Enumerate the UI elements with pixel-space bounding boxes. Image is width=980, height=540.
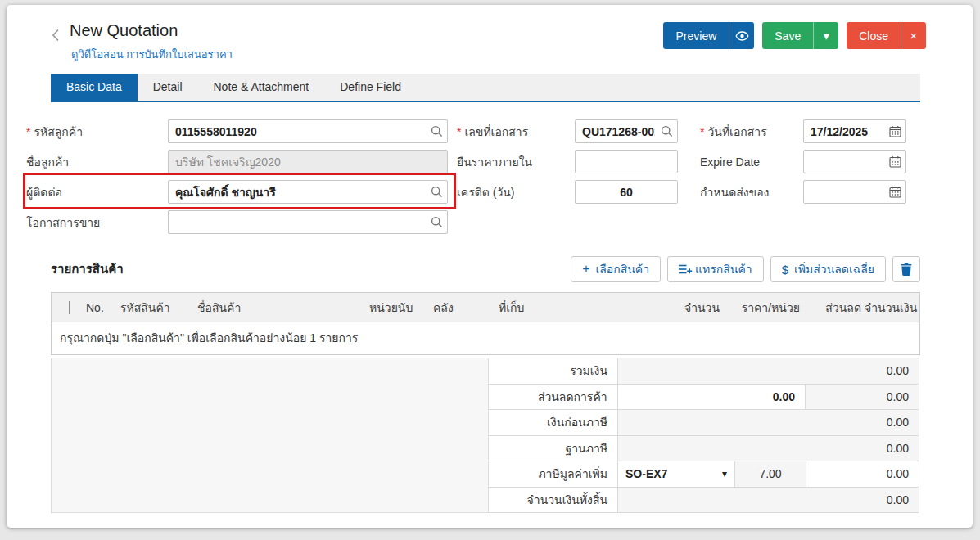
- trade-discount-input[interactable]: [618, 385, 805, 410]
- price-valid-input[interactable]: [575, 150, 678, 173]
- before-tax-label: เงินก่อนภาษี: [489, 410, 618, 435]
- vat-label: ภาษีมูลค่าเพิ่ม: [489, 461, 618, 487]
- items-table-header: No. รหัสสินค้า ชื่อสินค้า หน่วยนับ คลัง …: [51, 292, 920, 322]
- required-asterisk: *: [457, 125, 461, 138]
- preview-button-label[interactable]: Preview: [663, 22, 729, 49]
- vat-code-value: SO-EX7: [625, 467, 667, 480]
- items-section: รายการสินค้า + เลือกสินค้า แทรกสินค้า $ …: [51, 256, 920, 513]
- caret-down-icon[interactable]: ▾: [813, 22, 838, 49]
- col-item-name: ชื่อสินค้า: [197, 299, 369, 317]
- items-section-title: รายการสินค้า: [51, 259, 124, 279]
- close-button[interactable]: Close ×: [847, 22, 926, 49]
- search-icon[interactable]: [661, 125, 673, 137]
- form-column-2: *เลขที่เอกสาร ยืนราคาภายใน เครดิต (วัน): [457, 119, 678, 204]
- col-unit-price: ราคา/หน่วย: [723, 299, 803, 317]
- calendar-icon[interactable]: [889, 125, 901, 137]
- customer-name-input: [168, 150, 448, 173]
- close-button-label[interactable]: Close: [847, 22, 901, 49]
- grand-total-value: 0.00: [618, 488, 919, 513]
- summary-table: รวมเงิน 0.00 ส่วนลดการค้า 0.00 เงินก่อนภ…: [489, 358, 919, 513]
- insert-product-label: แทรกสินค้า: [695, 260, 752, 278]
- form-column-3: *วันที่เอกสาร Expire Date กำหนดส่งของ: [700, 119, 906, 204]
- contact-label: ผู้ติดต่อ: [26, 183, 168, 201]
- calendar-icon[interactable]: [889, 186, 901, 198]
- summary-row-vat: ภาษีมูลค่าเพิ่ม SO-EX7 ▾ 7.00 0.00: [489, 461, 919, 488]
- add-discount-label: เพิ่มส่วนลดเฉลี่ย: [794, 260, 874, 278]
- delete-rows-button[interactable]: [892, 256, 920, 282]
- total-label: รวมเงิน: [489, 358, 618, 384]
- col-amount: จำนวนเงิน: [865, 299, 918, 317]
- contact-input[interactable]: [168, 180, 448, 204]
- add-average-discount-button[interactable]: $ เพิ่มส่วนลดเฉลี่ย: [770, 256, 886, 282]
- form-column-1: *รหัสลูกค้า ชื่อลูกค้า ผู้ติดต่อ โอกาสกา…: [26, 119, 448, 234]
- tax-base-label: ฐานภาษี: [489, 436, 618, 461]
- summary-row-grand-total: จำนวนเงินทั้งสิ้น 0.00: [489, 488, 919, 514]
- customer-code-row: *รหัสลูกค้า: [26, 119, 448, 143]
- header-buttons: Preview Save ▾ Close ×: [663, 22, 926, 49]
- contact-row: ผู้ติดต่อ: [26, 180, 448, 204]
- credit-days-input[interactable]: [575, 180, 678, 204]
- tab-detail[interactable]: Detail: [138, 74, 198, 101]
- col-quantity: จำนวน: [625, 299, 723, 317]
- price-valid-label: ยืนราคาภายใน: [457, 153, 575, 171]
- credit-days-row: เครดิต (วัน): [457, 180, 678, 204]
- insert-product-button[interactable]: แทรกสินค้า: [667, 256, 764, 282]
- page-title: New Quotation: [70, 21, 178, 40]
- doc-date-label: วันที่เอกสาร: [707, 125, 766, 138]
- total-value: 0.00: [618, 358, 919, 384]
- summary-row-total: รวมเงิน 0.00: [489, 358, 919, 385]
- trade-discount-label: ส่วนลดการค้า: [489, 385, 618, 410]
- tab-basic-data[interactable]: Basic Data: [51, 74, 138, 101]
- tab-note-attachment[interactable]: Note & Attachment: [198, 74, 325, 101]
- col-discount: ส่วนลด: [803, 299, 865, 317]
- doc-no-row: *เลขที่เอกสาร: [457, 119, 678, 143]
- select-all-checkbox[interactable]: [69, 301, 70, 314]
- tax-base-value: 0.00: [618, 436, 919, 461]
- summary-row-trade-discount: ส่วนลดการค้า 0.00: [489, 385, 919, 411]
- vat-amount-value: 0.00: [806, 461, 919, 487]
- back-chevron-icon[interactable]: [52, 29, 60, 45]
- preview-button[interactable]: Preview: [663, 22, 754, 49]
- eye-icon[interactable]: [729, 22, 754, 49]
- select-product-label: เลือกสินค้า: [595, 260, 649, 278]
- col-location: ที่เก็บ: [499, 299, 625, 317]
- search-icon[interactable]: [431, 186, 443, 198]
- grand-total-label: จำนวนเงินทั้งสิ้น: [489, 488, 618, 513]
- empty-table-message: กรุณากดปุ่ม "เลือกสินค้า" เพื่อเลือกสินค…: [51, 322, 920, 355]
- delivery-date-label: กำหนดส่งของ: [700, 183, 803, 201]
- customer-code-input[interactable]: [168, 119, 448, 143]
- tab-bar: Basic Data Detail Note & Attachment Defi…: [51, 74, 920, 102]
- sales-opportunity-label: โอกาสการขาย: [26, 214, 168, 232]
- doc-no-label: เลขที่เอกสาร: [464, 125, 528, 138]
- chevron-down-icon: ▾: [722, 468, 727, 479]
- plus-icon: +: [582, 263, 589, 276]
- required-asterisk: *: [26, 125, 30, 138]
- close-x-icon[interactable]: ×: [901, 22, 926, 49]
- search-icon[interactable]: [431, 125, 443, 137]
- required-asterisk: *: [700, 125, 704, 138]
- summary-row-before-tax: เงินก่อนภาษี 0.00: [489, 410, 919, 436]
- customer-name-row: ชื่อลูกค้า: [26, 150, 448, 173]
- col-item-code: รหัสสินค้า: [120, 299, 197, 317]
- tab-define-field[interactable]: Define Field: [324, 74, 417, 101]
- select-product-button[interactable]: + เลือกสินค้า: [571, 256, 661, 282]
- col-no: No.: [86, 301, 120, 314]
- doc-date-row: *วันที่เอกสาร: [700, 119, 906, 143]
- trade-discount-value: 0.00: [806, 385, 919, 410]
- sales-opportunity-input[interactable]: [168, 210, 448, 234]
- calendar-icon[interactable]: [889, 155, 901, 168]
- price-valid-row: ยืนราคาภายใน: [457, 150, 678, 173]
- save-button-label[interactable]: Save: [762, 22, 813, 49]
- credit-days-label: เครดิต (วัน): [457, 183, 575, 201]
- before-tax-value: 0.00: [618, 410, 919, 435]
- items-empty-area: [51, 358, 489, 513]
- col-warehouse: คลัง: [433, 299, 499, 317]
- vat-code-select[interactable]: SO-EX7 ▾: [618, 461, 735, 487]
- items-table: No. รหัสสินค้า ชื่อสินค้า หน่วยนับ คลัง …: [51, 292, 920, 513]
- summary-row-tax-base: ฐานภาษี 0.00: [489, 436, 919, 462]
- quotation-card: New Quotation ดูวิดีโอสอน การบันทึกใบเสน…: [7, 5, 973, 528]
- trash-icon: [901, 263, 912, 276]
- search-icon[interactable]: [431, 216, 443, 228]
- video-tutorial-link[interactable]: ดูวิดีโอสอน การบันทึกใบเสนอราคา: [71, 46, 233, 63]
- save-button[interactable]: Save ▾: [762, 22, 838, 49]
